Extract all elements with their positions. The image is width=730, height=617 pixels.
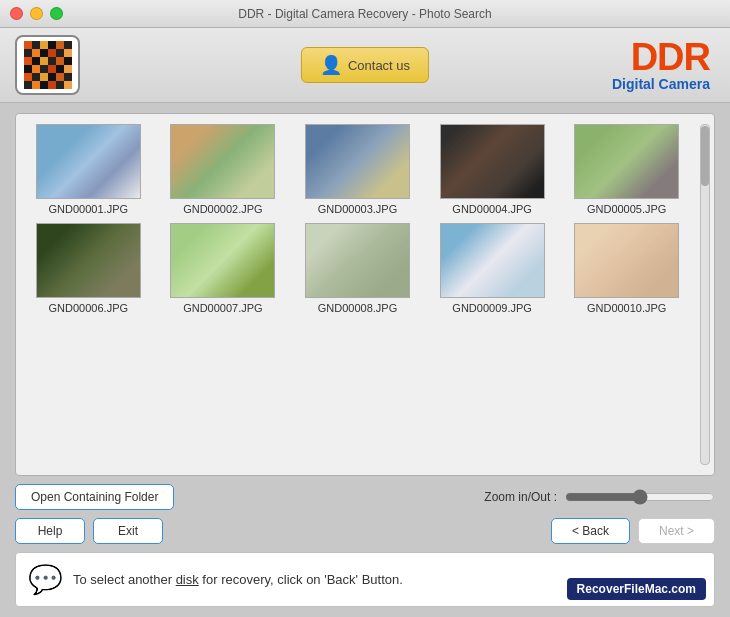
photo-thumbnail[interactable] bbox=[36, 124, 141, 199]
photo-panel: GND00001.JPGGND00002.JPGGND00003.JPGGND0… bbox=[15, 113, 715, 476]
svg-rect-4 bbox=[575, 125, 679, 199]
scrollbar[interactable] bbox=[700, 124, 710, 465]
photo-filename: GND00004.JPG bbox=[452, 203, 531, 215]
close-button[interactable] bbox=[10, 7, 23, 20]
contact-button[interactable]: 👤 Contact us bbox=[301, 47, 429, 83]
scrollbar-thumb[interactable] bbox=[701, 126, 709, 186]
svg-rect-1 bbox=[171, 125, 275, 199]
photo-filename: GND00008.JPG bbox=[318, 302, 397, 314]
photo-filename: GND00006.JPG bbox=[49, 302, 128, 314]
help-button[interactable]: Help bbox=[15, 518, 85, 544]
photo-thumbnail[interactable] bbox=[574, 223, 679, 298]
photo-thumbnail[interactable] bbox=[305, 124, 410, 199]
svg-rect-8 bbox=[441, 224, 545, 298]
photo-item[interactable]: GND00004.JPG bbox=[430, 124, 555, 215]
title-bar: DDR - Digital Camera Recovery - Photo Se… bbox=[0, 0, 730, 28]
window-controls[interactable] bbox=[10, 7, 63, 20]
main-content: GND00001.JPGGND00002.JPGGND00003.JPGGND0… bbox=[0, 103, 730, 617]
window-title: DDR - Digital Camera Recovery - Photo Se… bbox=[238, 7, 491, 21]
logo-box bbox=[15, 35, 80, 95]
photo-item[interactable]: GND00005.JPG bbox=[564, 124, 689, 215]
photo-filename: GND00005.JPG bbox=[587, 203, 666, 215]
open-folder-button[interactable]: Open Containing Folder bbox=[15, 484, 174, 510]
photo-filename: GND00010.JPG bbox=[587, 302, 666, 314]
next-button[interactable]: Next > bbox=[638, 518, 715, 544]
highlight-disk: disk bbox=[176, 572, 199, 587]
photo-thumbnail[interactable] bbox=[305, 223, 410, 298]
photo-grid: GND00001.JPGGND00002.JPGGND00003.JPGGND0… bbox=[26, 124, 704, 314]
maximize-button[interactable] bbox=[50, 7, 63, 20]
photo-filename: GND00009.JPG bbox=[452, 302, 531, 314]
photo-item[interactable]: GND00006.JPG bbox=[26, 223, 151, 314]
zoom-label: Zoom in/Out : bbox=[484, 490, 557, 504]
info-icon: 💬 bbox=[28, 563, 63, 596]
svg-rect-3 bbox=[441, 125, 545, 199]
photo-thumbnail[interactable] bbox=[170, 223, 275, 298]
logo-icon bbox=[24, 41, 72, 89]
brand-subtitle: Digital Camera bbox=[612, 76, 710, 92]
svg-rect-2 bbox=[306, 125, 410, 199]
svg-rect-5 bbox=[37, 224, 141, 298]
zoom-slider[interactable] bbox=[565, 489, 715, 505]
photo-item[interactable]: GND00001.JPG bbox=[26, 124, 151, 215]
photo-item[interactable]: GND00009.JPG bbox=[430, 223, 555, 314]
info-message: To select another disk for recovery, cli… bbox=[73, 572, 403, 587]
svg-rect-7 bbox=[306, 224, 410, 298]
photo-thumbnail[interactable] bbox=[170, 124, 275, 199]
photo-item[interactable]: GND00008.JPG bbox=[295, 223, 420, 314]
photo-thumbnail[interactable] bbox=[574, 124, 679, 199]
header: 👤 Contact us DDR Digital Camera bbox=[0, 28, 730, 103]
photo-thumbnail[interactable] bbox=[36, 223, 141, 298]
brand-name: DDR bbox=[612, 38, 710, 76]
watermark: RecoverFileMac.com bbox=[567, 578, 706, 600]
controls-row: Open Containing Folder Zoom in/Out : bbox=[15, 484, 715, 510]
photo-item[interactable]: GND00007.JPG bbox=[161, 223, 286, 314]
navigation-row: Help Exit < Back Next > bbox=[15, 518, 715, 544]
zoom-section: Zoom in/Out : bbox=[484, 489, 715, 505]
svg-rect-0 bbox=[37, 125, 141, 199]
info-box: 💬 To select another disk for recovery, c… bbox=[15, 552, 715, 607]
contact-icon: 👤 bbox=[320, 54, 342, 76]
photo-item[interactable]: GND00003.JPG bbox=[295, 124, 420, 215]
photo-item[interactable]: GND00010.JPG bbox=[564, 223, 689, 314]
photo-filename: GND00001.JPG bbox=[49, 203, 128, 215]
contact-label: Contact us bbox=[348, 58, 410, 73]
photo-filename: GND00002.JPG bbox=[183, 203, 262, 215]
minimize-button[interactable] bbox=[30, 7, 43, 20]
photo-thumbnail[interactable] bbox=[440, 124, 545, 199]
brand-section: DDR Digital Camera bbox=[612, 38, 710, 92]
photo-filename: GND00003.JPG bbox=[318, 203, 397, 215]
exit-button[interactable]: Exit bbox=[93, 518, 163, 544]
svg-rect-9 bbox=[575, 224, 679, 298]
photo-item[interactable]: GND00002.JPG bbox=[161, 124, 286, 215]
svg-rect-6 bbox=[171, 224, 275, 298]
back-button[interactable]: < Back bbox=[551, 518, 630, 544]
photo-thumbnail[interactable] bbox=[440, 223, 545, 298]
photo-filename: GND00007.JPG bbox=[183, 302, 262, 314]
